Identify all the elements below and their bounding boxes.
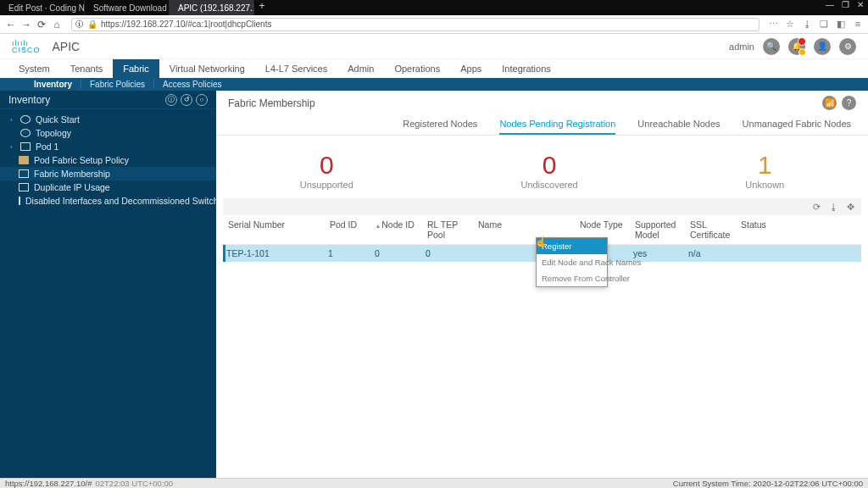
nav-forward-icon[interactable]: → (20, 19, 32, 30)
sidebar-action-3-icon[interactable]: ○ (196, 94, 208, 106)
nav-tenants[interactable]: Tenants (60, 59, 114, 78)
statusbar-system-time: Current System Time: 2020-12-02T22:06 UT… (673, 479, 863, 488)
nav-back-icon[interactable]: ← (5, 19, 17, 30)
tree-label: Pod Fabric Setup Policy (34, 155, 129, 165)
tree-duplicate-ip[interactable]: Duplicate IP Usage (0, 180, 216, 194)
sidebar-action-2-icon[interactable]: ↺ (181, 94, 192, 106)
stat-value: 0 (300, 151, 353, 180)
lock-icon: 🔒 (87, 19, 97, 29)
star-icon[interactable]: ☆ (785, 19, 795, 30)
tree-topology[interactable]: Topology (0, 126, 216, 140)
main-nav: System Tenants Fabric Virtual Networking… (0, 59, 868, 78)
window-minimize-button[interactable]: — (822, 0, 837, 9)
apic-title: APIC (53, 40, 81, 53)
statusbar-time-left: 02T22:03 UTC+00:00 (95, 479, 173, 488)
tab-unmanaged[interactable]: Unmanaged Fabric Nodes (743, 119, 851, 135)
tree-label: Duplicate IP Usage (34, 182, 110, 192)
stat-label: Unknown (745, 180, 784, 190)
new-tab-button[interactable]: + (254, 0, 270, 15)
col-rltep[interactable]: RL TEP Pool (426, 219, 476, 240)
tab-label: APIC (192.168.227.10) (178, 3, 254, 13)
browser-tab-2[interactable]: APIC (192.168.227.10) × (170, 0, 254, 15)
tree-pod1[interactable]: ›Pod 1 (0, 140, 216, 153)
gear-icon[interactable]: ⚙ (839, 38, 856, 55)
apic-header: ılıılı CISCO APIC admin 🔍 🔔 👤 ⚙ (0, 34, 868, 59)
tab-pending[interactable]: Nodes Pending Registration (499, 119, 615, 135)
list-icon (19, 169, 29, 178)
search-icon[interactable]: 🔍 (763, 38, 780, 55)
browser-tab-0[interactable]: Edit Post · Coding Networks B × (0, 0, 85, 15)
nav-integrations[interactable]: Integrations (492, 59, 560, 78)
browser-tabstrip: Edit Post · Coding Networks B × Software… (0, 0, 270, 15)
nav-virtual-networking[interactable]: Virtual Networking (159, 59, 255, 78)
library-icon[interactable]: ❏ (819, 19, 829, 30)
browser-toolbar-right: ⋯ ☆ ⭳ ❏ ◧ ≡ (768, 19, 863, 30)
table-download-icon[interactable]: ⭳ (829, 202, 838, 212)
folder-icon (19, 156, 29, 164)
user-icon[interactable]: 👤 (814, 38, 831, 55)
nav-home-icon[interactable]: ⌂ (51, 19, 63, 30)
nav-apps[interactable]: Apps (450, 59, 492, 78)
list-icon (19, 197, 20, 205)
nav-l4l7[interactable]: L4-L7 Services (255, 59, 337, 78)
tree-fabric-membership[interactable]: Fabric Membership (0, 167, 216, 180)
tree-label: Quick Start (36, 114, 80, 125)
tree-disabled-interfaces[interactable]: Disabled Interfaces and Decommissioned S… (0, 194, 216, 208)
tab-label: Edit Post · Coding Networks B (8, 3, 85, 13)
clock-icon (20, 115, 31, 124)
window-close-button[interactable]: ✕ (853, 0, 868, 9)
tab-label: Software Download - Cisco Sy (93, 3, 170, 13)
tab-registered[interactable]: Registered Nodes (403, 119, 477, 135)
cell-node: 0 (375, 248, 426, 258)
stats-row: 0 Unsupported 0 Undiscovered 1 Unknown (216, 136, 868, 198)
download-icon[interactable]: ⭳ (802, 19, 812, 30)
tab-unreachable[interactable]: Unreachable Nodes (637, 119, 720, 135)
col-model[interactable]: Supported Model (633, 219, 688, 240)
col-status[interactable]: Status (739, 219, 790, 240)
alerts-icon[interactable]: 🔔 (788, 38, 805, 55)
nav-fabric[interactable]: Fabric (113, 59, 159, 78)
subnav-access-policies[interactable]: Access Policies (153, 80, 230, 89)
nav-operations[interactable]: Operations (384, 59, 450, 78)
tree-label: Fabric Membership (34, 169, 110, 179)
cell-serial: TEP-1-101 (226, 248, 328, 258)
ellipsis-icon[interactable]: ⋯ (768, 19, 778, 30)
col-podid[interactable]: Pod ID (328, 219, 375, 240)
sub-nav: Inventory Fabric Policies Access Policie… (0, 78, 868, 91)
url-input[interactable]: 🛈 🔒 https://192.168.227.10/#ca:1|root|dh… (71, 18, 760, 31)
col-serial[interactable]: Serial Number (226, 219, 328, 240)
window-maximize-button[interactable]: ❐ (837, 0, 853, 9)
col-ssl[interactable]: SSL Certificate (688, 219, 739, 240)
col-nodeid[interactable]: Node ID (375, 219, 426, 240)
subnav-inventory[interactable]: Inventory (25, 80, 81, 89)
tree-quick-start[interactable]: ›Quick Start (0, 113, 216, 126)
page-action-stats-icon[interactable]: 📶 (822, 96, 837, 110)
sidebar-icon[interactable]: ◧ (836, 19, 846, 30)
menu-icon[interactable]: ≡ (853, 19, 863, 30)
table-refresh-icon[interactable]: ⟳ (813, 202, 821, 213)
tree-pod-fabric-setup[interactable]: Pod Fabric Setup Policy (0, 153, 216, 167)
stat-value: 1 (745, 151, 784, 180)
subnav-fabric-policies[interactable]: Fabric Policies (81, 80, 153, 89)
browser-titlebar: Edit Post · Coding Networks B × Software… (0, 0, 868, 15)
cell-status (739, 248, 790, 258)
page-title-row: Fabric Membership 📶 ? (216, 91, 868, 115)
cisco-logo: ılıılı CISCO (12, 40, 41, 53)
ctx-remove[interactable]: Remove From Controller (537, 270, 607, 286)
cell-ssl: n/a (688, 248, 739, 258)
cisco-word: CISCO (12, 47, 41, 53)
user-label[interactable]: admin (729, 42, 754, 52)
statusbar: https://192.168.227.10/# 02T22:03 UTC+00… (0, 478, 868, 488)
sidebar: Inventory ⓘ ↺ ○ ›Quick Start Topology ›P… (0, 91, 216, 478)
nav-system[interactable]: System (8, 59, 60, 78)
nav-reload-icon[interactable]: ⟳ (36, 19, 47, 30)
nav-admin[interactable]: Admin (337, 59, 384, 78)
cell-rl: 0 (426, 248, 476, 258)
ctx-register[interactable]: Register (537, 238, 607, 254)
ctx-edit-node[interactable]: Edit Node and Rack Names (537, 254, 607, 270)
sidebar-action-1-icon[interactable]: ⓘ (165, 94, 177, 106)
browser-tab-1[interactable]: Software Download - Cisco Sy × (85, 0, 170, 15)
page-help-icon[interactable]: ? (842, 96, 856, 110)
tree-label: Topology (36, 128, 71, 138)
table-tools-icon[interactable]: ✥ (847, 202, 854, 213)
